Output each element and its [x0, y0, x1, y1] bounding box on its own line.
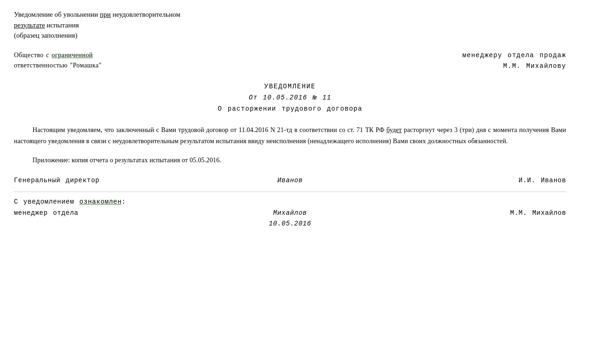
body-paragraph: Настоящим уведомляем, что заключенный с … [14, 125, 566, 146]
notification-heading: УВЕДОМЛЕНИЕ [14, 81, 566, 93]
signature-section: Генеральный директор Иванов И.И. Иванов [14, 177, 566, 184]
org-name-text2: ответственностью "Ромашка" [14, 62, 102, 69]
attachment-text: Приложение: копия отчета о результатах и… [14, 155, 566, 165]
title-part1: Уведомление об увольнении [14, 11, 100, 18]
notification-date: От 10.05.2016 № 11 [14, 93, 566, 104]
notification-subject: О расторжении трудового договора [14, 104, 566, 115]
ack-label-underline: ознакомлен [79, 198, 122, 205]
org-name-text1: Общество с [14, 52, 52, 59]
org-name-underline: ограниченной [52, 52, 93, 59]
ack-name: М.М. Михайлов [436, 208, 566, 219]
ack-label-colon: : [122, 198, 126, 205]
title-part3: испытания [45, 21, 79, 29]
ack-row: менеджер отдела Михайлов 10.05.2016 М.М.… [14, 208, 566, 230]
sig-name: И.И. Иванов [436, 177, 566, 184]
recipient-line2: М.М. Михайлову [462, 61, 566, 72]
divider [14, 192, 566, 192]
body-text-part1: Настоящим уведомляем, что заключенный с … [33, 126, 386, 133]
sig-handwriting: Иванов [244, 177, 337, 184]
recipient-block: менеджеру отдела продаж М.М. Михайлову [462, 50, 566, 73]
signature-row: Генеральный директор Иванов И.И. Иванов [14, 177, 566, 184]
title-underline-rezultate: результате [14, 21, 45, 29]
title-sample: (образец заполнения) [14, 32, 77, 39]
recipient-line1: менеджеру отдела продаж [462, 50, 566, 61]
title-part2: неудовлетворительном [111, 11, 180, 18]
sig-position: Генеральный директор [14, 177, 144, 184]
ack-label-text1: С уведомлением [14, 198, 79, 205]
title-section: Уведомление об увольнении при неудовлетв… [14, 9, 566, 41]
ack-label: С уведомлением ознакомлен: [14, 197, 566, 208]
org-recipient-row: Общество с ограниченной ответственностью… [14, 50, 566, 73]
acknowledgment-section: С уведомлением ознакомлен: менеджер отде… [14, 197, 566, 230]
body-underline-budet: будет [386, 126, 402, 133]
center-section: УВЕДОМЛЕНИЕ От 10.05.2016 № 11 О расторж… [14, 81, 566, 114]
ack-position: менеджер отдела [14, 208, 144, 219]
title-text: Уведомление об увольнении при неудовлетв… [14, 9, 566, 41]
ack-signature-date: Михайлов 10.05.2016 [244, 208, 337, 230]
ack-handwriting: Михайлов [244, 208, 337, 219]
org-name: Общество с ограниченной ответственностью… [14, 50, 102, 71]
title-underline-pri: при [100, 11, 111, 18]
ack-date: 10.05.2016 [244, 218, 337, 230]
document-container: Уведомление об увольнении при неудовлетв… [14, 9, 566, 230]
